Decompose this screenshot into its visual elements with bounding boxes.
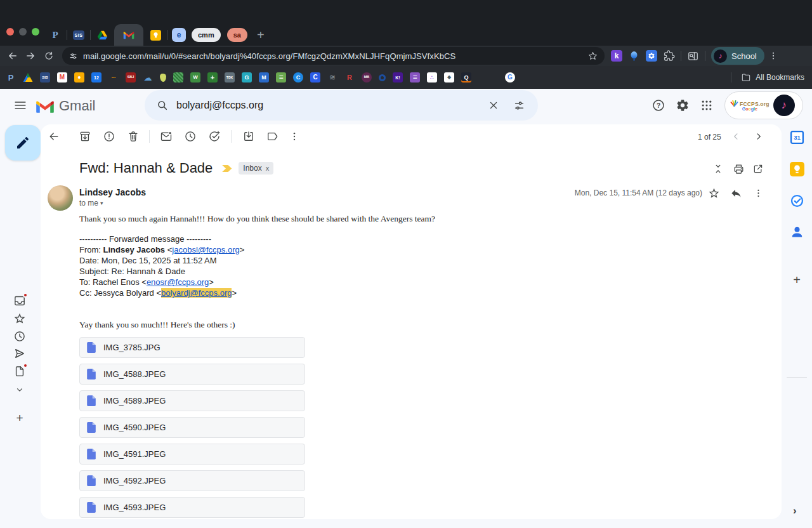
extension-settings[interactable] (646, 50, 657, 62)
reply-button[interactable] (727, 184, 745, 202)
back-to-inbox-button[interactable] (45, 128, 63, 145)
remove-label-icon[interactable]: x (266, 164, 270, 172)
move-to-button[interactable] (240, 128, 258, 145)
window-zoom-button[interactable] (32, 28, 39, 36)
bookmark-item[interactable]: ☁ (143, 72, 153, 82)
browser-profile-chip[interactable]: ♪ School (711, 47, 764, 65)
tab-gmail-active[interactable] (114, 24, 143, 46)
create-label-button[interactable]: + (13, 412, 26, 425)
bookmark-item[interactable]: + (207, 72, 218, 82)
attachment-chip[interactable]: IMG_4591.JPEG (79, 444, 305, 465)
sidebar-item-more[interactable] (13, 383, 26, 396)
bookmark-item[interactable] (23, 72, 33, 82)
important-marker-icon[interactable] (221, 164, 233, 173)
delete-button[interactable] (124, 128, 142, 145)
reload-button[interactable] (39, 47, 57, 65)
attachment-chip[interactable]: IMG_4593.JPEG (79, 497, 305, 518)
main-menu-button[interactable] (11, 96, 29, 114)
search-icon[interactable] (156, 99, 169, 112)
bookmark-item[interactable]: ••• (108, 72, 119, 82)
bookmark-item[interactable] (160, 74, 166, 82)
snooze-button[interactable] (181, 128, 199, 145)
bookmark-star-icon[interactable] (587, 51, 598, 62)
extension-kami[interactable]: k (611, 50, 622, 62)
attachment-chip[interactable]: IMG_4589.JPEG (79, 390, 305, 411)
bookmark-item[interactable]: G (242, 72, 252, 82)
get-add-ons-button[interactable]: + (789, 272, 804, 287)
to-email-link[interactable]: enosr@fccps.org (147, 277, 209, 287)
tab-powerschool[interactable]: P (46, 25, 65, 44)
labels-button[interactable] (263, 128, 281, 145)
attachment-chip[interactable]: IMG_4592.JPEG (79, 470, 305, 491)
sidebar-item-sent[interactable] (13, 347, 26, 360)
from-email-link[interactable]: jacobsl@fccps.org (172, 245, 239, 254)
add-to-tasks-button[interactable] (206, 128, 223, 145)
sidebar-item-inbox[interactable] (13, 294, 26, 307)
bookmark-item[interactable]: M (57, 72, 67, 82)
extensions-menu-button[interactable] (664, 50, 675, 62)
window-close-button[interactable] (6, 28, 14, 36)
bookmark-item[interactable]: W (190, 72, 200, 82)
attachment-chip[interactable]: IMG_3785.JPG (79, 337, 305, 358)
bookmark-item[interactable]: SIS (40, 72, 50, 82)
bookmark-item[interactable] (173, 72, 183, 82)
inbox-label-chip[interactable]: Inbox x (239, 162, 273, 175)
sender-avatar[interactable] (48, 185, 73, 211)
bookmark-item[interactable]: 12 (91, 72, 102, 82)
bookmark-item[interactable]: • (74, 72, 84, 82)
bookmark-item[interactable]: M (259, 72, 269, 82)
newer-email-button[interactable] (727, 128, 745, 145)
forward-button[interactable] (22, 47, 39, 65)
settings-button[interactable] (670, 93, 695, 118)
bookmark-item[interactable]: ◆ (444, 72, 454, 82)
attachment-chip[interactable]: IMG_4590.JPEG (79, 417, 305, 438)
side-panel-keep[interactable] (789, 161, 804, 176)
more-actions-button[interactable] (285, 128, 303, 145)
bookmark-item[interactable]: ≋ (327, 72, 337, 82)
bookmark-item[interactable]: ☰ (276, 72, 286, 82)
tab-sis[interactable]: SIS (69, 25, 88, 44)
bookmark-item[interactable]: MB (362, 72, 372, 82)
bookmark-item[interactable]: ☰ (410, 72, 420, 82)
tab-google-drive[interactable] (93, 25, 112, 44)
bookmark-item[interactable]: Q (461, 72, 471, 82)
clear-search-icon[interactable] (488, 100, 499, 111)
address-bar[interactable]: mail.google.com/mail/u/0/#search/bolyard… (62, 47, 605, 65)
star-email-button[interactable] (705, 184, 723, 202)
print-button[interactable] (730, 160, 747, 178)
browser-menu-button[interactable] (768, 51, 778, 61)
message-more-button[interactable] (749, 184, 767, 202)
gmail-search-bar[interactable]: bolyardj@fccps.org (145, 90, 538, 121)
side-panel-button[interactable] (687, 50, 699, 62)
bookmark-item[interactable]: G (505, 72, 515, 82)
compose-button[interactable] (5, 125, 41, 161)
tab-sa[interactable]: sa (227, 28, 247, 42)
bookmark-item[interactable]: R (344, 72, 355, 82)
all-bookmarks[interactable]: All Bookmarks (725, 66, 804, 89)
cc-email-link-highlighted[interactable]: bolyardj@fccps.org (161, 288, 232, 298)
side-panel-calendar[interactable]: 31 (789, 129, 804, 145)
collapse-all-button[interactable] (709, 160, 727, 178)
report-spam-button[interactable] (100, 128, 118, 145)
bookmark-item[interactable]: TDK (225, 72, 235, 82)
bookmark-item[interactable] (379, 74, 386, 81)
open-in-new-window-button[interactable] (749, 160, 767, 178)
help-button[interactable]: ? (646, 93, 671, 118)
side-panel-tasks[interactable] (789, 193, 804, 208)
side-panel-contacts[interactable] (789, 224, 804, 239)
window-minimize-button[interactable] (19, 28, 27, 36)
tab-cmm[interactable]: cmm (192, 28, 221, 42)
gmail-account-button[interactable]: FCCPS.org Google ♪ (724, 91, 803, 119)
bookmark-item[interactable]: C (293, 72, 303, 82)
sidebar-item-snoozed[interactable] (13, 330, 26, 343)
extension-balloon[interactable] (629, 51, 639, 62)
search-query[interactable]: bolyardj@fccps.org (176, 100, 488, 111)
bookmark-item[interactable]: ∴ (427, 72, 437, 82)
bookmark-item[interactable]: SBJ (126, 72, 136, 82)
sidebar-item-starred[interactable] (13, 312, 26, 325)
sidebar-item-drafts[interactable] (13, 365, 26, 378)
new-tab-button[interactable]: + (251, 29, 271, 41)
older-email-button[interactable] (750, 128, 768, 145)
back-button[interactable] (4, 47, 22, 65)
gmail-logo[interactable]: Gmail (36, 98, 95, 114)
